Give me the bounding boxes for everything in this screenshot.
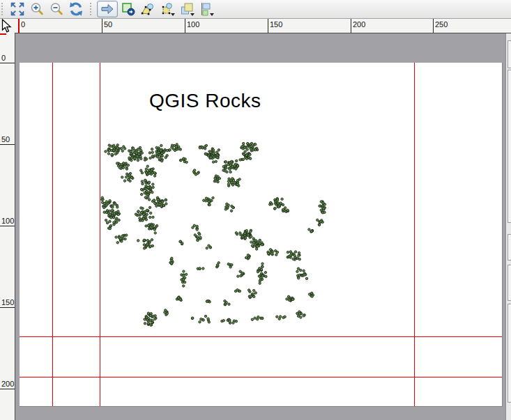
vruler-tick-label: 150 bbox=[1, 298, 14, 306]
select-move-item-button[interactable] bbox=[97, 1, 118, 17]
edit-nodes-icon bbox=[140, 1, 155, 17]
hruler-tick-label: 150 bbox=[270, 20, 282, 29]
raise-selected-items-button[interactable] bbox=[178, 1, 196, 17]
hruler-tick-label: 100 bbox=[187, 20, 199, 29]
vruler-tick-label: 50 bbox=[1, 135, 10, 143]
hruler-tick-label: 50 bbox=[104, 20, 112, 29]
zoom-full-icon bbox=[10, 1, 25, 17]
hruler-tick-label: 250 bbox=[435, 20, 448, 29]
vruler-tick bbox=[0, 307, 15, 308]
hruler-tick-label: 200 bbox=[353, 20, 365, 29]
composition-canvas[interactable]: QGIS Rocks bbox=[15, 33, 511, 420]
dropdown-caret-icon[interactable] bbox=[210, 13, 214, 16]
refresh-icon bbox=[68, 1, 84, 17]
right-panel-edge bbox=[505, 33, 511, 420]
vertical-guide[interactable] bbox=[414, 63, 415, 406]
zoom-full-button[interactable] bbox=[8, 1, 26, 17]
refresh-view-button[interactable] bbox=[67, 1, 85, 17]
hruler-position-indicator bbox=[18, 18, 20, 33]
hruler-tick bbox=[185, 18, 185, 33]
vruler-position-indicator bbox=[0, 33, 6, 35]
vruler-tick-label: 100 bbox=[1, 217, 14, 225]
toolbar-grip[interactable] bbox=[90, 3, 94, 15]
title-label-item[interactable]: QGIS Rocks bbox=[149, 90, 261, 112]
vertical-guide[interactable] bbox=[52, 63, 53, 406]
move-item-content-button[interactable] bbox=[119, 1, 137, 17]
hruler-tick-label: 0 bbox=[21, 20, 25, 29]
map-item[interactable] bbox=[100, 136, 414, 336]
toolbar-grip[interactable] bbox=[1, 3, 6, 15]
hruler-tick bbox=[433, 18, 434, 33]
select-arrow-icon bbox=[100, 1, 115, 17]
horizontal-guide[interactable] bbox=[20, 336, 502, 337]
vruler-tick bbox=[0, 144, 15, 145]
vruler-tick bbox=[0, 389, 15, 389]
zoom-out-button[interactable] bbox=[47, 1, 66, 17]
panel-fragment bbox=[508, 304, 511, 403]
zoom-in-button[interactable] bbox=[28, 1, 46, 17]
panel-fragment bbox=[508, 265, 511, 301]
dropdown-caret-icon[interactable] bbox=[171, 13, 175, 16]
hruler-tick bbox=[102, 18, 102, 33]
horizontal-ruler[interactable]: 050100150200250 bbox=[0, 18, 511, 33]
move-content-icon bbox=[121, 1, 136, 17]
panel-fragment bbox=[508, 40, 511, 68]
zoom-in-icon bbox=[29, 1, 45, 17]
panel-fragment bbox=[508, 234, 511, 260]
hruler-tick bbox=[268, 18, 268, 33]
vruler-tick-label: 0 bbox=[1, 54, 6, 62]
align-selected-items-button[interactable] bbox=[197, 1, 215, 17]
vertical-ruler[interactable]: 050100150200 bbox=[0, 33, 15, 420]
qgis-composer-window: { "toolbar": { "buttons": [ {"name": "zo… bbox=[0, 0, 511, 420]
vruler-tick bbox=[0, 63, 15, 63]
panel-fragment bbox=[508, 70, 511, 223]
hruler-tick bbox=[351, 18, 351, 33]
edit-nodes-item-button[interactable] bbox=[139, 1, 157, 17]
dropdown-caret-icon[interactable] bbox=[190, 13, 195, 16]
composer-toolbar bbox=[0, 0, 511, 19]
vruler-tick-label: 200 bbox=[1, 380, 14, 388]
vruler-tick bbox=[0, 226, 15, 226]
horizontal-guide[interactable] bbox=[20, 377, 502, 378]
transform-item-button[interactable] bbox=[158, 1, 176, 17]
zoom-out-icon bbox=[49, 1, 64, 17]
